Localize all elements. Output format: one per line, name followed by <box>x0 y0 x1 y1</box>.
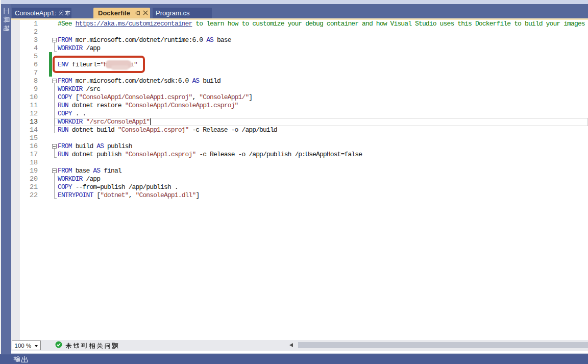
code-token-pl: base <box>213 36 231 44</box>
tab-dockerfile-label: Dockerfile <box>98 9 130 17</box>
code-line-18[interactable]: 18 <box>11 159 588 167</box>
zoom-select[interactable]: 100 % <box>12 341 41 350</box>
code-line-11[interactable]: 11RUN dotnet restore "ConsoleApp1/Consol… <box>11 102 588 110</box>
fold-collapse-box[interactable] <box>52 79 57 83</box>
fold-guide-line <box>54 42 55 51</box>
code-token-str: "ConsoleApp1.dll" <box>136 191 196 199</box>
code-line-8[interactable]: 8FROM mcr.microsoft.com/dotnet/sdk:6.0 A… <box>11 77 588 85</box>
code-token-kw: COPY <box>58 183 72 191</box>
fold-guide-end <box>54 133 57 133</box>
cjk-text-run <box>13 356 28 363</box>
fold-collapse-box[interactable] <box>52 144 57 149</box>
fold-guide-end <box>54 198 57 199</box>
code-token-kw: WORKDIR <box>58 175 83 183</box>
line-number: 6 <box>11 61 38 69</box>
code-line-1[interactable]: 1#See https://aka.ms/customizecontainer … <box>11 20 588 28</box>
code-line-4[interactable]: 4WORKDIR /app <box>11 44 588 53</box>
code-text: RUN dotnet restore "ConsoleApp1/ConsoleA… <box>58 102 238 110</box>
current-line-highlight <box>55 118 588 126</box>
chevron-down-icon <box>35 345 38 347</box>
cjk-character-glyph <box>21 356 28 363</box>
code-text: FROM build AS publish <box>58 142 132 151</box>
code-token-kw: FROM <box>58 142 72 150</box>
code-token-pl: /app <box>83 175 101 183</box>
tab-consoleapp1-publish[interactable]: ConsoleApp1: 发布 ConsoleApp1: <box>12 8 71 18</box>
code-line-10[interactable]: 10COPY ["ConsoleApp1/ConsoleApp1.csproj"… <box>11 93 588 102</box>
output-panel-titlebar[interactable]: 输出 <box>0 354 588 364</box>
code-token-kw: COPY <box>58 93 72 101</box>
code-token-kw: RUN <box>58 126 68 134</box>
code-token-str: "ConsoleApp1.csproj" <box>125 151 196 158</box>
code-text: RUN dotnet build "ConsoleApp1.csproj" -c… <box>58 126 277 134</box>
fold-collapse-box[interactable] <box>52 38 57 42</box>
line-number: 16 <box>11 142 38 151</box>
tab-publish-label: ConsoleApp1: <box>15 9 70 17</box>
line-number: 8 <box>11 77 38 85</box>
code-line-17[interactable]: 17RUN dotnet publish "ConsoleApp1.csproj… <box>11 151 588 159</box>
code-editor[interactable]: 1#See https://aka.ms/customizecontainer … <box>11 20 588 341</box>
code-token-pl: /app <box>83 44 101 52</box>
line-number: 14 <box>11 126 38 134</box>
code-token-pl: dotnet restore <box>68 102 125 109</box>
code-token-kw: WORKDIR <box>58 44 83 52</box>
code-text: WORKDIR /app <box>58 44 100 53</box>
line-number: 9 <box>11 85 38 93</box>
code-token-pl: ] <box>249 93 252 101</box>
scrollbar-left-arrow[interactable] <box>289 343 293 347</box>
toolbox-sidebar-tab[interactable]: 工具箱 <box>1 4 11 354</box>
horizontal-scrollbar-thumb[interactable] <box>298 342 588 348</box>
cjk-character-glyph <box>96 343 103 349</box>
output-panel-title <box>13 356 28 363</box>
code-token-kw: ENTRYPOINT <box>58 191 93 199</box>
code-line-9[interactable]: 9WORKDIR /src <box>11 85 588 93</box>
code-token-kw: FROM <box>58 77 72 85</box>
code-line-14[interactable]: 14RUN dotnet build "ConsoleApp1.csproj" … <box>11 126 588 134</box>
code-token-pl: base <box>72 167 93 175</box>
line-number: 2 <box>11 28 38 36</box>
line-number: 3 <box>11 36 38 44</box>
cjk-character-glyph <box>65 343 72 349</box>
tab-program-cs[interactable]: Program.cs <box>153 8 212 18</box>
tab-dockerfile[interactable]: Dockerfile <box>93 8 150 18</box>
line-number: 17 <box>11 151 38 159</box>
close-icon[interactable] <box>143 10 148 15</box>
code-token-kw: AS <box>206 36 213 44</box>
code-token-link: https://aka.ms/customizecontainer <box>76 20 192 28</box>
line-number: 5 <box>11 53 38 61</box>
cjk-character-glyph <box>13 356 20 363</box>
code-token-pl: -c Release -o /app/build <box>188 126 277 134</box>
line-number: 1 <box>11 20 38 28</box>
code-token-kw: FROM <box>58 167 72 175</box>
code-line-15[interactable]: 15 <box>11 134 588 142</box>
code-token-pl: dotnet publish <box>68 151 125 158</box>
code-line-21[interactable]: 21COPY --from=publish /app/publish . <box>11 183 588 191</box>
line-number: 13 <box>11 118 38 126</box>
fold-guide-line <box>54 83 55 133</box>
code-line-2[interactable]: 2 <box>11 28 588 36</box>
code-token-pl: [ <box>72 93 79 101</box>
code-token-kw: RUN <box>58 102 68 109</box>
code-text: FROM base AS final <box>58 167 121 175</box>
fold-collapse-box[interactable] <box>52 168 57 173</box>
code-text: RUN dotnet publish "ConsoleApp1.csproj" … <box>58 151 362 159</box>
code-token-pl: dotnet build <box>68 126 118 134</box>
cjk-character-glyph <box>73 343 80 349</box>
document-tab-bar <box>1 4 588 18</box>
check-circle-icon <box>55 341 62 350</box>
code-token-str: "ConsoleApp1/" <box>199 93 249 101</box>
code-line-22[interactable]: 22ENTRYPOINT ["dotnet", "ConsoleApp1.dll… <box>11 191 588 200</box>
code-line-19[interactable]: 19FROM base AS final <box>11 167 588 175</box>
cjk-text-run <box>58 10 70 16</box>
pin-icon[interactable] <box>135 10 140 16</box>
code-line-20[interactable]: 20WORKDIR /app <box>11 175 588 183</box>
code-token-kw: AS <box>93 167 100 175</box>
code-text: WORKDIR /src <box>58 85 100 93</box>
code-line-3[interactable]: 3FROM mcr.microsoft.com/dotnet/runtime:6… <box>11 36 588 44</box>
code-line-12[interactable]: 12COPY . . <box>11 110 588 118</box>
code-line-16[interactable]: 16FROM build AS publish <box>11 142 588 151</box>
health-text <box>65 342 118 349</box>
fold-guide-line <box>54 173 55 198</box>
document-health-indicator[interactable]: 未找到相关问题 <box>55 340 118 351</box>
change-tracking-bar <box>49 52 52 77</box>
code-token-pl: publish <box>104 142 132 150</box>
